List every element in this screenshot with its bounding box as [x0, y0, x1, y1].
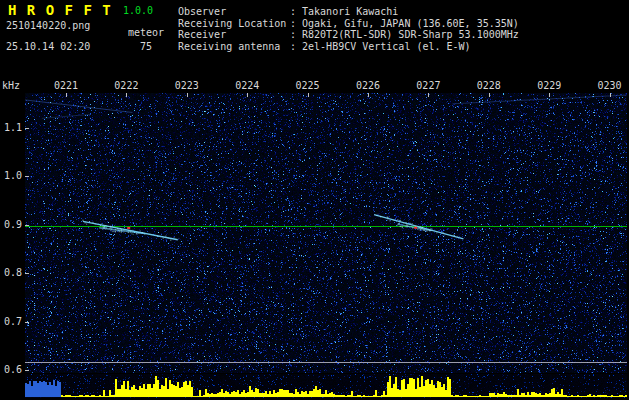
echo-count: 75: [140, 41, 152, 52]
info-row-value: : Takanori Kawachi: [290, 6, 398, 17]
info-row: Receiver: R820T2(RTL-SDR) SDR-Sharp 53.1…: [178, 29, 519, 41]
info-row: Receiving antenna: 2el-HB9CV Vertical (e…: [178, 41, 519, 53]
signal-activity-canvas: [25, 374, 627, 398]
x-tick-label: 0226: [356, 80, 380, 91]
y-tick-label: 0.6: [0, 364, 22, 375]
hrofft-output: H R O F F T 1.0.0 2510140220.png meteor …: [0, 0, 629, 400]
y-tick-label: 0.7: [0, 316, 22, 327]
app-version: 1.0.0: [123, 5, 153, 16]
observation-timestamp: 25.10.14 02:20: [6, 41, 90, 52]
station-info-panel: Observer: Takanori KawachiReceiving Loca…: [178, 6, 519, 53]
x-tick-label: 0222: [114, 80, 138, 91]
x-tick-label: 0225: [296, 80, 320, 91]
info-row: Observer: Takanori Kawachi: [178, 6, 519, 18]
x-tick-label: 0230: [598, 80, 622, 91]
y-tick-label: 0.8: [0, 267, 22, 278]
info-row-value: : 2el-HB9CV Vertical (el. E-W): [290, 41, 471, 52]
x-tick-label: 0227: [416, 80, 440, 91]
x-tick-label: 0229: [537, 80, 561, 91]
x-tick-label: 0221: [54, 80, 78, 91]
info-row-label: Observer: [178, 6, 290, 18]
info-row-value: : R820T2(RTL-SDR) SDR-Sharp 53.1000MHz: [290, 29, 519, 40]
mode-label: meteor: [128, 27, 164, 38]
y-tick-label: 1.1: [0, 122, 22, 133]
info-row-label: Receiver: [178, 29, 290, 41]
info-row-label: Receiving antenna: [178, 41, 290, 53]
info-row: Receiving Location: Ogaki, Gifu, JAPAN (…: [178, 18, 519, 30]
y-axis-unit-label: kHz: [2, 80, 20, 91]
info-row-value: : Ogaki, Gifu, JAPAN (136.60E, 35.35N): [290, 18, 519, 29]
spectrogram-canvas: [25, 93, 627, 373]
x-tick-label: 0228: [477, 80, 501, 91]
x-tick-label: 0224: [235, 80, 259, 91]
y-tick-label: 0.9: [0, 219, 22, 230]
output-filename: 2510140220.png: [6, 20, 90, 31]
y-tick-label: 1.0: [0, 170, 22, 181]
x-tick-label: 0223: [175, 80, 199, 91]
info-row-label: Receiving Location: [178, 18, 290, 30]
app-title: H R O F F T: [8, 2, 112, 18]
